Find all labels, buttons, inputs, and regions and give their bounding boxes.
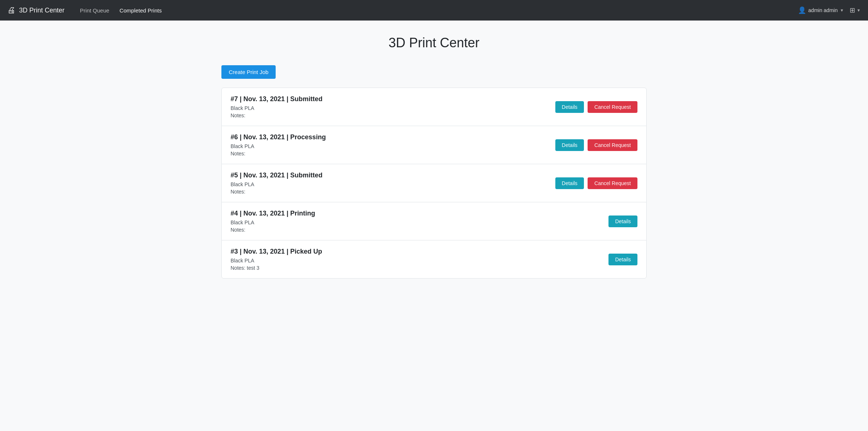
- job-info: #4 | Nov. 13, 2021 | PrintingBlack PLANo…: [231, 210, 608, 233]
- details-button[interactable]: Details: [555, 101, 584, 113]
- job-notes: Notes:: [231, 151, 555, 156]
- user-icon: 👤: [798, 6, 806, 14]
- details-button[interactable]: Details: [608, 216, 637, 227]
- print-job-card: #7 | Nov. 13, 2021 | SubmittedBlack PLAN…: [222, 88, 646, 126]
- job-actions: Details: [608, 216, 637, 227]
- job-actions: DetailsCancel Request: [555, 101, 637, 113]
- job-material: Black PLA: [231, 105, 555, 111]
- job-title: #6 | Nov. 13, 2021 | Processing: [231, 133, 555, 141]
- job-notes: Notes: test 3: [231, 265, 608, 271]
- job-info: #5 | Nov. 13, 2021 | SubmittedBlack PLAN…: [231, 172, 555, 195]
- job-material: Black PLA: [231, 220, 608, 225]
- job-info: #3 | Nov. 13, 2021 | Picked UpBlack PLAN…: [231, 248, 608, 271]
- main-content: 3D Print Center Create Print Job #7 | No…: [214, 21, 654, 293]
- job-title: #3 | Nov. 13, 2021 | Picked Up: [231, 248, 608, 255]
- job-title: #7 | Nov. 13, 2021 | Submitted: [231, 95, 555, 103]
- nav-print-queue[interactable]: Print Queue: [76, 4, 114, 16]
- job-actions: DetailsCancel Request: [555, 139, 637, 151]
- print-job-card: #4 | Nov. 13, 2021 | PrintingBlack PLANo…: [222, 202, 646, 240]
- brand[interactable]: 🖨 3D Print Center: [7, 5, 65, 15]
- page-title: 3D Print Center: [221, 35, 647, 51]
- nav-links: Print Queue Completed Prints: [76, 4, 166, 16]
- job-material: Black PLA: [231, 143, 555, 149]
- grid-icon: ⊞: [850, 6, 855, 14]
- navbar: 🖨 3D Print Center Print Queue Completed …: [0, 0, 868, 21]
- job-material: Black PLA: [231, 181, 555, 187]
- nav-completed-prints[interactable]: Completed Prints: [115, 4, 166, 16]
- cancel-request-button[interactable]: Cancel Request: [588, 177, 637, 189]
- user-label: admin admin: [808, 7, 838, 13]
- navbar-right: 👤 admin admin ▼ ⊞ ▼: [798, 6, 861, 14]
- user-menu[interactable]: 👤 admin admin ▼: [798, 6, 844, 14]
- job-info: #6 | Nov. 13, 2021 | ProcessingBlack PLA…: [231, 133, 555, 156]
- print-job-card: #6 | Nov. 13, 2021 | ProcessingBlack PLA…: [222, 126, 646, 164]
- cancel-request-button[interactable]: Cancel Request: [588, 139, 637, 151]
- print-jobs-list: #7 | Nov. 13, 2021 | SubmittedBlack PLAN…: [221, 88, 647, 279]
- details-button[interactable]: Details: [608, 254, 637, 265]
- create-print-job-button[interactable]: Create Print Job: [221, 65, 276, 79]
- job-title: #5 | Nov. 13, 2021 | Submitted: [231, 172, 555, 179]
- user-dropdown-arrow: ▼: [840, 8, 844, 12]
- job-actions: DetailsCancel Request: [555, 177, 637, 189]
- job-notes: Notes:: [231, 113, 555, 118]
- job-actions: Details: [608, 254, 637, 265]
- job-notes: Notes:: [231, 189, 555, 195]
- print-job-card: #3 | Nov. 13, 2021 | Picked UpBlack PLAN…: [222, 240, 646, 278]
- cancel-request-button[interactable]: Cancel Request: [588, 101, 637, 113]
- grid-menu[interactable]: ⊞ ▼: [850, 6, 861, 14]
- brand-label: 3D Print Center: [19, 7, 65, 14]
- job-title: #4 | Nov. 13, 2021 | Printing: [231, 210, 608, 217]
- details-button[interactable]: Details: [555, 139, 584, 151]
- print-job-card: #5 | Nov. 13, 2021 | SubmittedBlack PLAN…: [222, 164, 646, 202]
- job-info: #7 | Nov. 13, 2021 | SubmittedBlack PLAN…: [231, 95, 555, 118]
- details-button[interactable]: Details: [555, 177, 584, 189]
- job-notes: Notes:: [231, 227, 608, 233]
- grid-dropdown-arrow: ▼: [857, 8, 861, 12]
- job-material: Black PLA: [231, 258, 608, 264]
- printer-icon: 🖨: [7, 5, 15, 15]
